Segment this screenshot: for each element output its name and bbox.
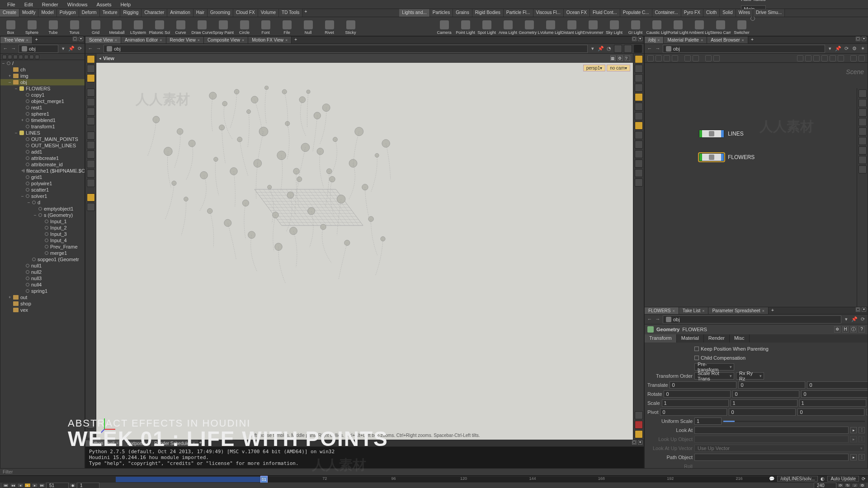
tree-item[interactable]: sopgeo1 (Geometr xyxy=(0,256,85,263)
shelf-tab[interactable]: Particles xyxy=(430,9,453,17)
gear-icon[interactable] xyxy=(859,55,865,61)
opt-icon[interactable]: ✶ xyxy=(859,46,866,52)
pane-tab[interactable]: Render View× xyxy=(166,37,204,43)
shelf-tab[interactable]: Populate C... xyxy=(620,9,652,17)
pane-opt-icon[interactable]: ▾ xyxy=(862,307,866,312)
keep-pos-checkbox[interactable] xyxy=(694,347,699,351)
rx-input[interactable] xyxy=(664,390,731,398)
shelf-tab[interactable]: Cloud FX xyxy=(233,9,258,17)
menu-edit[interactable]: Edit xyxy=(20,1,38,8)
pin-icon[interactable]: 📌 xyxy=(598,46,604,52)
cursor-icon[interactable] xyxy=(87,89,95,97)
back-icon[interactable]: ← xyxy=(646,46,653,52)
tool-icon[interactable] xyxy=(87,131,95,140)
filter-icon[interactable] xyxy=(19,55,23,59)
pane-tab[interactable]: FLOWERS× xyxy=(645,307,679,314)
net-list-icon[interactable] xyxy=(647,55,654,61)
pin-icon[interactable]: 📌 xyxy=(68,46,75,52)
shelf-tool-platonicsol[interactable]: Platonic Sol... xyxy=(149,17,170,36)
add-tab-button[interactable]: + xyxy=(33,37,41,43)
expand-icon[interactable]: – xyxy=(15,131,19,135)
chat-icon[interactable]: 💬 xyxy=(769,476,774,481)
net-side-icon[interactable] xyxy=(859,118,867,126)
tool-icon[interactable] xyxy=(87,141,95,149)
ry-input[interactable] xyxy=(732,390,799,398)
tree-item[interactable]: rest1 xyxy=(0,104,85,111)
close-icon[interactable]: × xyxy=(702,309,704,313)
shelf-tab[interactable]: Rigid Bodies xyxy=(472,9,504,17)
net-side-icon[interactable] xyxy=(859,165,867,174)
path-dropdown-icon[interactable]: ▾ xyxy=(827,46,833,52)
pane-tab[interactable]: Parameter Spreadsheet× xyxy=(708,307,768,314)
shelf-tool-sphere[interactable]: Sphere xyxy=(21,17,42,36)
display-icon[interactable] xyxy=(635,421,643,429)
pane-tab[interactable]: Motion FX View× xyxy=(248,37,292,43)
shelf-tool-lsystem[interactable]: LSystem xyxy=(127,17,149,36)
network-view[interactable]: Scene LINESFLOWERS xyxy=(645,63,868,307)
shelf-tool-spotlight[interactable]: Spot Light xyxy=(476,17,497,36)
param-node-name[interactable]: FLOWERS xyxy=(682,327,707,332)
tree-item[interactable]: copy1 xyxy=(0,92,85,98)
op-chooser-icon[interactable]: ▸ xyxy=(850,427,857,433)
display-icon[interactable] xyxy=(635,103,643,111)
shelf-tool-volumelight[interactable]: Volume Light xyxy=(540,17,561,36)
param-menu-icon[interactable]: ⋮ xyxy=(859,427,865,433)
refresh-icon[interactable]: ⟳ xyxy=(862,476,865,481)
shelf-tool-portallight[interactable]: Portal Light xyxy=(667,17,689,36)
shelf-tab[interactable]: Volume xyxy=(258,9,279,17)
op-chooser-icon[interactable]: ▸ xyxy=(850,454,857,460)
pane-max-icon[interactable]: ▢ xyxy=(856,307,860,312)
viewport-opts-icon[interactable]: ⚙ xyxy=(618,56,623,61)
param-tab-misc[interactable]: Misc xyxy=(730,334,750,343)
filter-icon[interactable] xyxy=(24,55,28,59)
close-icon[interactable]: × xyxy=(160,38,162,42)
tree-path-input[interactable]: obj xyxy=(19,45,58,53)
sz-input[interactable] xyxy=(799,399,866,407)
tree-item[interactable]: Input_1 xyxy=(0,218,85,225)
filter-icon[interactable] xyxy=(13,55,18,59)
net-side-icon[interactable] xyxy=(859,99,867,107)
update-mode-dropdown[interactable]: Auto Update xyxy=(827,476,859,482)
display-icon[interactable] xyxy=(635,169,643,177)
shelf-tab[interactable]: Pyro FX xyxy=(681,9,703,17)
tree-item[interactable]: null2 xyxy=(0,269,85,275)
viewport-path-input[interactable]: obj xyxy=(104,45,588,53)
pane-tab[interactable]: Take List× xyxy=(679,307,709,314)
cook-icon[interactable]: ◐ xyxy=(821,476,825,481)
select-tool-icon[interactable] xyxy=(87,55,95,63)
shelf-tool-ambientlig[interactable]: Ambient Lig... xyxy=(689,17,710,36)
timeline-track[interactable]: 51 517296120144168192216240 xyxy=(116,477,805,482)
shelf-tool-torus[interactable]: Torus xyxy=(64,17,85,36)
sy-input[interactable] xyxy=(731,399,797,407)
tree-item[interactable]: –obj xyxy=(0,79,85,85)
info-icon[interactable]: ⓘ xyxy=(850,326,857,333)
forward-icon[interactable]: → xyxy=(95,46,102,52)
display-icon[interactable] xyxy=(635,74,643,82)
shelf-tab[interactable]: Ocean FX xyxy=(564,9,590,17)
pane-opt-icon[interactable]: ▾ xyxy=(862,37,866,41)
tree-item[interactable]: null4 xyxy=(0,282,85,288)
tree-item[interactable]: shop xyxy=(0,300,85,307)
param-path-input[interactable]: obj xyxy=(663,315,841,324)
pane-max-icon[interactable]: ▢ xyxy=(856,37,860,41)
status-path[interactable]: /obj/LINES/solv... xyxy=(777,476,818,482)
tree-item[interactable]: +filecache1 ($HIPNAME.$O xyxy=(0,168,85,174)
tree-item[interactable]: transform1 xyxy=(0,123,85,130)
tree-item[interactable]: OUT_MAIN_POINTS xyxy=(0,136,85,142)
net-icon[interactable] xyxy=(713,55,720,61)
settings-button[interactable]: ⚙ xyxy=(859,483,865,488)
back-icon[interactable]: ← xyxy=(87,46,94,52)
tool-icon[interactable] xyxy=(87,193,95,202)
next-frame-button[interactable]: ▸ xyxy=(32,483,38,488)
menu-windows[interactable]: Windows xyxy=(63,1,92,8)
shelf-tab[interactable]: Drive Simu... xyxy=(753,9,785,17)
network-node[interactable]: FLOWERS xyxy=(699,153,755,161)
shelf-tool-camera[interactable]: Camera xyxy=(434,17,455,36)
display-icon[interactable] xyxy=(635,178,643,187)
param-menu-icon[interactable]: ⋮ xyxy=(866,409,868,415)
display-icon[interactable] xyxy=(635,112,643,120)
forward-icon[interactable]: → xyxy=(655,46,661,52)
tree-item[interactable]: sphere1 xyxy=(0,111,85,117)
expand-icon[interactable]: + xyxy=(9,295,13,300)
pane-tab[interactable]: Composite View× xyxy=(204,37,248,43)
